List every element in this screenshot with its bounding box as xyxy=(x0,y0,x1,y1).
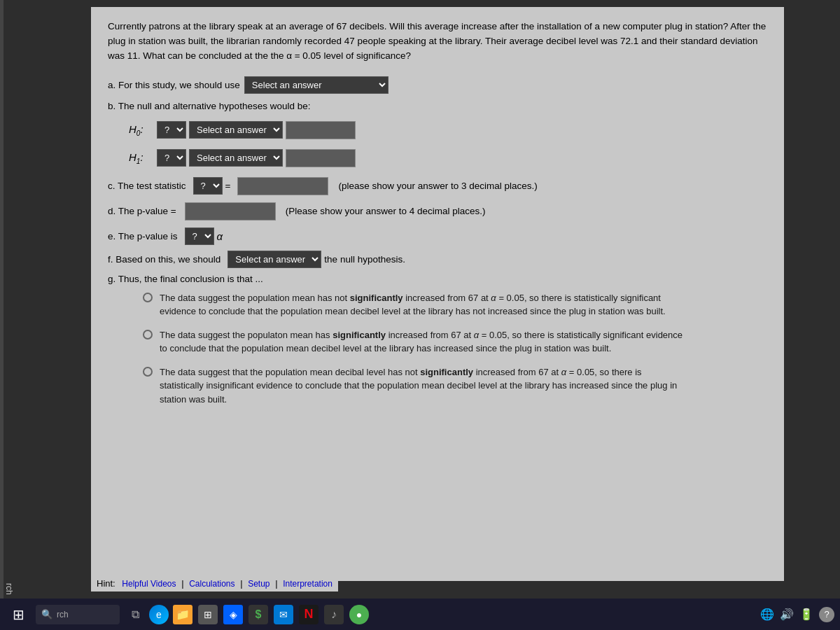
search-icon: 🔍 xyxy=(41,609,52,620)
conclusion-option-1: The data suggest the population mean has… xyxy=(143,291,767,318)
h0-value-box xyxy=(286,121,356,139)
battery-icon[interactable]: 🔋 xyxy=(799,608,813,621)
grid-icon[interactable]: ⊞ xyxy=(198,605,218,624)
conclusion-option-3: The data suggest that the population mea… xyxy=(143,365,767,407)
section-e: e. The p-value is ? < > = α xyxy=(108,227,767,245)
section-f: f. Based on this, we should Select an an… xyxy=(108,251,767,268)
note-icon: ♪ xyxy=(331,608,337,621)
h1-question-select[interactable]: ? μ p xyxy=(157,149,186,167)
hint-setup-link[interactable]: Setup xyxy=(248,579,270,589)
taskview-button[interactable]: ⧉ xyxy=(125,605,145,624)
h0-label: H0: xyxy=(129,123,150,137)
part-a-label: a. For this study, we should use xyxy=(108,80,240,90)
hint-separator-3: | xyxy=(275,578,277,589)
part-f-suffix: the null hypothesis. xyxy=(324,254,405,265)
dropbox-icon[interactable]: ◈ xyxy=(223,605,243,624)
section-c: c. The test statistic ? t z = (please sh… xyxy=(108,177,767,195)
mail-icon[interactable]: ✉ xyxy=(274,605,293,624)
taskbar-right: 🌐 🔊 🔋 ? xyxy=(760,607,834,622)
hint-links[interactable]: Helpful Videos xyxy=(122,579,176,589)
conclusion-option-2: The data suggest the populaton mean has … xyxy=(143,328,767,356)
search-box[interactable]: 🔍 rch xyxy=(36,605,120,624)
network-icon[interactable]: 🌐 xyxy=(760,608,774,621)
conclusion-text-1: The data suggest the population mean has… xyxy=(160,291,685,318)
search-label: rch xyxy=(57,610,69,620)
part-a-select[interactable]: Select an answer a t-test for a populati… xyxy=(244,76,388,94)
part-d-input[interactable] xyxy=(185,202,276,220)
rch-label: rch xyxy=(4,583,14,595)
conclusion-text-3: The data suggest that the population mea… xyxy=(160,365,685,407)
h1-value-box xyxy=(286,149,356,167)
dropbox-logo: ◈ xyxy=(230,609,237,620)
h0-answer-select[interactable]: Select an answer = 67 < 67 > 67 ≠ 67 xyxy=(189,121,283,139)
radio-button-2[interactable] xyxy=(143,330,153,340)
part-f-label: f. Based on this, we should xyxy=(108,254,220,265)
part-e-comparison-select[interactable]: ? < > = xyxy=(185,227,214,245)
hint-calc-link[interactable]: Calculations xyxy=(189,579,234,589)
problem-text: Currently patrons at the library speak a… xyxy=(108,20,767,64)
part-b-label: b. The null and alternative hypotheses w… xyxy=(108,101,310,111)
left-sidebar xyxy=(0,0,4,598)
part-c-equals: = xyxy=(225,181,231,191)
section-g: g. Thus, the final conclusion is that ..… xyxy=(108,274,767,284)
taskbar: ⊞ 🔍 rch ⧉ e 📁 ⊞ ◈ $ ✉ N ♪ ● 🌐 🔊 🔋 ? xyxy=(0,598,840,630)
section-a-line: a. For this study, we should use Select … xyxy=(108,76,767,94)
green-circle-icon[interactable]: ● xyxy=(349,605,369,624)
part-d-note: (Please show your answer to 4 decimal pl… xyxy=(286,206,486,216)
hint-separator-1: | xyxy=(181,578,183,589)
part-e-alpha: α xyxy=(217,230,223,242)
folder-icon: 📁 xyxy=(176,608,190,621)
section-d: d. The p-value = (Please show your answe… xyxy=(108,202,767,220)
section-a: a. For this study, we should use Select … xyxy=(108,76,767,94)
part-d-label: d. The p-value = xyxy=(108,206,176,216)
h0-row: H0: ? μ p Select an answer = 67 < 67 > 6… xyxy=(129,121,767,139)
netflix-logo: N xyxy=(304,607,314,622)
part-f-select[interactable]: Select an answer fail to reject reject a… xyxy=(227,251,321,268)
start-button[interactable]: ⊞ xyxy=(6,603,31,626)
circle-icon: ● xyxy=(356,609,362,620)
h1-row: H1: ? μ p Select an answer = 67 < 67 > 6… xyxy=(129,149,767,167)
help-icon[interactable]: ? xyxy=(819,607,834,622)
hint-interp-link[interactable]: Interpretation xyxy=(283,579,332,589)
part-c-note: (please show your answer to 3 decimal pl… xyxy=(338,181,537,191)
radio-button-3[interactable] xyxy=(143,367,153,377)
netflix-icon[interactable]: N xyxy=(299,605,318,624)
dollar-icon[interactable]: $ xyxy=(248,605,268,624)
part-c-type-select[interactable]: ? t z xyxy=(193,177,223,195)
hypothesis-block: H0: ? μ p Select an answer = 67 < 67 > 6… xyxy=(129,121,767,167)
h1-label: H1: xyxy=(129,151,150,165)
part-g-label: g. Thus, the final conclusion is that ..… xyxy=(108,274,263,284)
currency-icon: $ xyxy=(255,608,262,621)
envelope-icon: ✉ xyxy=(279,609,288,620)
part-c-input[interactable] xyxy=(237,177,328,195)
hint-bar: Hint: Helpful Videos | Calculations | Se… xyxy=(91,575,338,592)
part-e-label: e. The p-value is xyxy=(108,231,178,241)
taskview-icon: ⧉ xyxy=(132,608,139,621)
h1-answer-select[interactable]: Select an answer = 67 < 67 > 67 ≠ 67 xyxy=(189,149,283,167)
h0-question-select[interactable]: ? μ p xyxy=(157,121,186,139)
section-b: b. The null and alternative hypotheses w… xyxy=(108,101,767,167)
apps-icon: ⊞ xyxy=(204,609,212,620)
volume-icon[interactable]: 🔊 xyxy=(780,608,794,621)
main-content: Currently patrons at the library speak a… xyxy=(91,7,784,581)
file-explorer-icon[interactable]: 📁 xyxy=(173,605,192,624)
conclusion-options: The data suggest the population mean has… xyxy=(143,291,767,407)
part-c-label: c. The test statistic xyxy=(108,181,186,191)
edge-browser-icon[interactable]: e xyxy=(149,605,169,624)
conclusion-text-2: The data suggest the populaton mean has … xyxy=(160,328,685,356)
section-b-line: b. The null and alternative hypotheses w… xyxy=(108,101,767,111)
hint-separator-2: | xyxy=(240,578,242,589)
music-icon[interactable]: ♪ xyxy=(324,605,344,624)
hint-label: Hint: xyxy=(97,578,115,589)
radio-button-1[interactable] xyxy=(143,293,153,302)
